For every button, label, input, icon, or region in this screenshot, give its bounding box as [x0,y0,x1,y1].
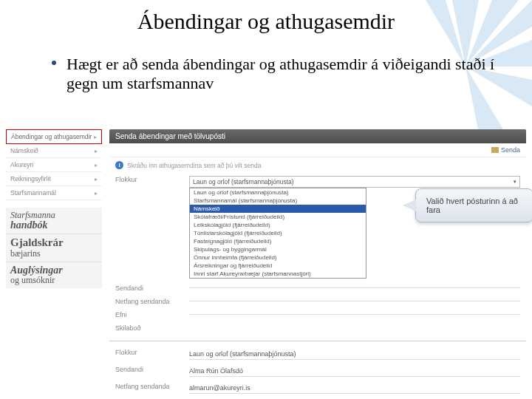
dropdown-option[interactable]: Innri starf Akureyrarbæjar (starfsmannas… [190,270,366,278]
dropdown-value: Laun og orlof (starfsmannaþjónusta) [193,178,294,185]
bullet-content: Hægt er að senda ábendingar og athugasem… [66,55,494,92]
bullet-text: Hægt er að senda ábendingar og athugasem… [66,55,495,93]
sidebar-item-reikningsyfirlit[interactable]: Reikningsyfirlit ▸ [6,172,102,186]
row-skilabod-empty: Skilaboð [109,321,526,335]
filled-section: Flokkur Laun og orlof (starfsmannaþjónus… [109,341,526,399]
envelope-icon [491,147,499,153]
row-netfang-2: Netfang sendanda almarun@akureyri.is [109,380,526,397]
value-flokkur[interactable]: Laun og orlof (starfsmannaþjónusta) [189,349,520,360]
value-netfang[interactable]: almarun@akureyri.is [189,383,520,394]
app-screenshot: Ábendingar og athugasemdir ▸ Námskeið ▸ … [6,129,526,394]
label-sendandi: Sendandi [115,366,189,373]
sidebar-item-namskeid[interactable]: Námskeið ▸ [6,144,102,158]
dropdown-list: Laun og orlof (starfsmannaþjónusta) Star… [189,188,366,279]
chevron-right-icon: ▸ [95,148,98,154]
banner-line: og umsóknir [10,275,55,285]
dropdown-option[interactable]: Ársreikningar og fjárreiðudeild [190,262,366,270]
page-title: Ábendingar og athugasemdir [0,9,532,34]
label-skilabod: Skilaboð [115,324,189,332]
dropdown-option[interactable]: Námskeið [190,205,366,213]
dropdown-option[interactable]: Starfsmannamál (starfsmannaþjónusta) [190,197,366,205]
callout-bubble: Valið hvert pósturinn á að fara [415,188,532,222]
dropdown-option[interactable]: Önnur innheimta (fjárreiðudeild) [190,253,366,262]
sidebar-item-akureyri[interactable]: Akureyri ▸ [6,158,102,172]
callout-text: Valið hvert pósturinn á að fara [426,197,518,214]
value-efni[interactable] [189,311,520,315]
chevron-right-icon: ▸ [95,190,98,197]
banner-line: bæjarins [10,248,41,259]
sidebar-item-label: Starfsmannamál [10,189,56,197]
send-button[interactable]: Senda [491,146,520,154]
banner-line: Starfsmanna [10,210,55,220]
sidebar-banners: Starfsmanna handbók Gjaldskrár bæjarins … [6,208,102,288]
sidebar-item-label: Ábendingar og athugasemdir [11,133,92,140]
row-sendandi-2: Sendandi Alma Rún Ólafsdó [109,363,526,380]
label-flokkur: Flokkur [115,349,189,356]
dropdown-option[interactable]: Skipulags- og byggingarmál [190,245,366,253]
label-sendandi: Sendandi [115,284,189,292]
dropdown-option[interactable]: Laun og orlof (starfsmannaþjónusta) [190,188,366,197]
dropdown-option[interactable]: Fasteignagjöld (fjárreiðudeild) [190,237,366,245]
chevron-right-icon: ▸ [94,134,97,140]
toolbar: Senda [109,143,526,157]
row-netfang: Netfang sendanda [109,295,526,308]
send-label: Senda [501,146,520,154]
caret-down-icon: ▾ [514,179,516,185]
callout: Valið hvert pósturinn á að fara [415,188,532,222]
sidebar-item-label: Akureyri [10,161,33,168]
instruction-text: Skráðu inn athugasemdina sem að þú vilt … [127,162,261,169]
label-flokkur: Flokkur [115,176,189,183]
dropdown-option[interactable]: Leikskólagjöld (fjárreiðudeild) [190,221,366,229]
banner-auglysingar[interactable]: Auglýsingar og umsóknir [6,262,102,288]
row-flokkur-2: Flokkur Laun og orlof (starfsmannaþjónus… [109,346,526,363]
row-sendandi: Sendandi [109,282,526,295]
label-netfang: Netfang sendanda [115,298,189,305]
dropdown-option[interactable]: Tónlistarskólagjöld (fjárreiðudeild) [190,229,366,237]
dropdown-selected[interactable]: Laun og orlof (starfsmannaþjónusta) ▾ [189,176,520,188]
banner-starfsmanna-handbok[interactable]: Starfsmanna handbók [6,208,102,234]
banner-line: Gjaldskrár [10,237,98,249]
info-icon: i [115,161,123,169]
dropdown-option[interactable]: Skólafræði/Frístund (fjárreiðudeild) [190,213,366,221]
row-efni: Efni [109,308,526,321]
main-panel: Senda ábendingar með tölvupósti Senda i … [109,129,526,399]
banner-gjaldskrar[interactable]: Gjaldskrár bæjarins [6,234,102,262]
sidebar-item-abendingar[interactable]: Ábendingar og athugasemdir ▸ [6,129,102,144]
bullet-dot-icon [52,61,56,65]
value-sendandi[interactable] [189,284,520,288]
banner-line: handbók [10,220,98,231]
panel-header: Senda ábendingar með tölvupósti [109,129,526,143]
instruction-row: i Skráðu inn athugasemdina sem að þú vil… [109,157,526,173]
value-sendandi[interactable]: Alma Rún Ólafsdó [189,366,520,377]
label-efni: Efni [115,311,189,318]
chevron-right-icon: ▸ [95,176,98,183]
sidebar: Ábendingar og athugasemdir ▸ Námskeið ▸ … [6,129,102,288]
banner-line: Auglýsingar [10,265,98,276]
label-netfang: Netfang sendanda [115,383,189,390]
sidebar-item-label: Námskeið [10,147,38,154]
value-netfang[interactable] [189,298,520,301]
sidebar-item-starfsmannamal[interactable]: Starfsmannamál ▸ [6,186,102,200]
chevron-right-icon: ▸ [95,162,98,168]
sidebar-item-label: Reikningsyfirlit [10,175,51,183]
